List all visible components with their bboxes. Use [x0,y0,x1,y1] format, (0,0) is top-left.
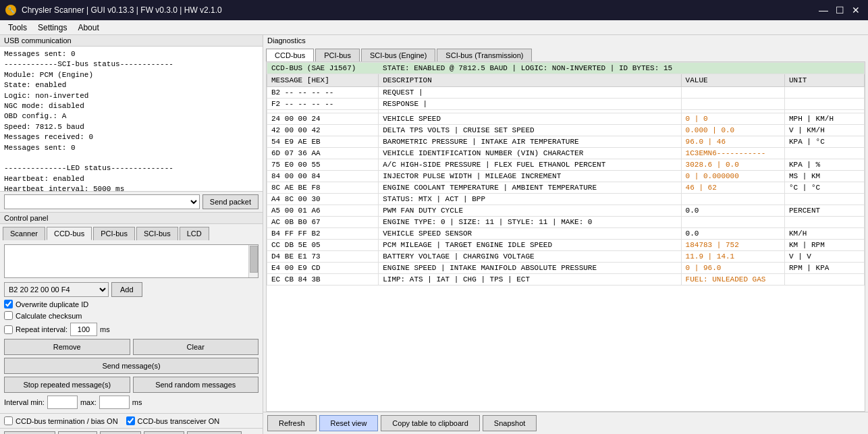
cell-unit [784,99,864,110]
tab-ccd-bus[interactable]: CCD-bus [47,227,92,240]
log-line-1: Messages sent: 0 [4,49,259,59]
repeat-interval-input[interactable] [70,323,97,336]
diagnostics-bottom-bar: Refresh Reset view Copy table to clipboa… [263,412,868,434]
control-content: B2 20 22 00 00 F4 Add Overwrite duplicat… [0,240,263,413]
cell-desc: VEHICLE IDENTIFICATION NUMBER (VIN) CHAR… [379,148,681,159]
cell-desc: ENGINE TYPE: 0 | SIZE: 11 | STYLE: 11 | … [379,217,681,228]
diagnostics-content: CCD-BUS (SAE J1567) STATE: ENABLED @ 781… [266,61,865,412]
cell-unit: PERCENT [784,205,864,217]
diag-snapshot-button[interactable]: Snapshot [483,415,537,431]
diag-tab-sci-engine[interactable]: SCI-bus (Engine) [361,49,435,61]
cell-desc: ENGINE SPEED | INTAKE MANIFOLD ABSOLUTE … [379,263,681,274]
tab-lcd[interactable]: LCD [180,227,209,240]
cell-val: 184783 | 752 [681,240,784,251]
maximize-button[interactable]: ☐ [833,3,846,17]
stop-repeated-button[interactable]: Stop repeated message(s) [4,377,130,393]
cell-desc: INJECTOR PULSE WIDTH | MILEAGE INCREMENT [379,171,681,182]
menu-about[interactable]: About [72,22,104,34]
cell-desc: DELTA TPS VOLTS | CRUISE SET SPEED [379,125,681,136]
scrollbar-thumb [250,246,258,273]
overwrite-checkbox[interactable] [4,300,13,308]
send-messages-row: Send message(s) [4,358,259,374]
title-bar: 🔧 Chrysler Scanner | GUI v0.13.3 | FW v0… [0,0,868,20]
cell-unit [784,148,864,159]
repeat-label: Repeat interval: [16,325,67,333]
send-packet-button[interactable]: Send packet [202,194,259,209]
log-line-2: ------------SCI-bus status------------ [4,59,259,70]
cell-unit: RPM | KPA [784,263,864,274]
menu-settings[interactable]: Settings [32,22,72,34]
transceiver-checkbox[interactable] [126,416,135,425]
refresh-port-button[interactable]: Refresh [100,431,141,434]
termination-checkbox[interactable] [4,416,13,425]
diag-tab-ccd[interactable]: CCD-bus [266,49,314,61]
log-line-12: --------------LED status-------------- [4,163,259,173]
log-line-10: Messages sent: 0 [4,143,259,153]
interval-min-input[interactable]: 100 [47,396,78,409]
close-button[interactable]: ✕ [849,3,863,17]
cell-desc: ENGINE COOLANT TEMPERATURE | AMBIENT TEM… [379,182,681,194]
table-row: 84 00 00 84 INJECTOR PULSE WIDTH | MILEA… [267,171,865,182]
calculate-checkbox[interactable] [4,311,13,320]
diag-tab-pci[interactable]: PCI-bus [315,49,360,61]
command-input[interactable] [4,194,200,209]
interval-max-label: max: [80,398,97,406]
cell-val: 46 | 62 [681,182,784,194]
tab-scanner[interactable]: Scanner [3,227,45,240]
cell-msg: 42 00 00 42 [267,125,379,136]
add-button[interactable]: Add [111,282,142,297]
overwrite-checkbox-row: Overwrite duplicate ID [4,300,259,308]
cell-unit: KM/H [784,228,864,240]
cell-unit: V | KM/H [784,125,864,136]
disconnect-button[interactable]: Disconnect [4,431,55,434]
cell-unit: KM | RPM [784,240,864,251]
command-area: Send packet [0,192,263,213]
cell-val: 1C3EMN6----------- [681,148,784,159]
diag-reset-view-button[interactable]: Reset view [319,415,379,431]
state-label: STATE: ENABLED @ 7812.5 BAUD | LOGIC: NO… [383,64,672,72]
app-icon: 🔧 [5,5,16,16]
diag-refresh-button[interactable]: Refresh [267,415,317,431]
packet-scrollbar[interactable] [248,245,258,277]
table-row: D4 BE E1 73 BATTERY VOLTAGE | CHARGING V… [267,251,865,263]
repeat-checkbox[interactable] [4,325,13,334]
col-header-desc: DESCRIPTION [379,74,681,87]
collapse-button[interactable]: << Collapse [187,431,242,434]
cell-desc: LIMP: ATS | IAT | CHG | TPS | ECT [379,274,681,286]
tab-sci-bus[interactable]: SCI-bus [136,227,178,240]
log-line-4: State: enabled [4,80,259,90]
minimize-button[interactable]: — [817,3,830,17]
demo-button[interactable]: Demo [144,431,184,434]
table-row: A5 00 01 A6 PWM FAN DUTY CYCLE 0.0 PERCE… [267,205,865,217]
log-line-7: OBD config.: A [4,111,259,121]
send-messages-button[interactable]: Send message(s) [4,358,259,374]
bottom-bar: Disconnect COM3 Refresh Demo << Collapse [0,428,263,434]
bottom-checkboxes: CCD-bus termination / bias ON CCD-bus tr… [0,413,263,428]
cell-desc: VEHICLE SPEED [379,113,681,125]
hex-select[interactable]: B2 20 22 00 00 F4 [4,282,109,297]
tab-pci-bus[interactable]: PCI-bus [93,227,135,240]
log-line-8: Speed: 7812.5 baud [4,122,259,132]
log-line-11 [4,153,259,163]
cell-msg: 84 00 00 84 [267,171,379,182]
send-random-button[interactable]: Send random messages [133,377,259,393]
col-header-val: VALUE [681,74,784,87]
cell-val [681,87,784,99]
cell-msg: AC 0B B0 67 [267,217,379,228]
interval-max-input[interactable]: 500 [99,396,130,409]
menu-tools[interactable]: Tools [3,22,32,34]
cell-msg: D4 BE E1 73 [267,251,379,263]
table-row: 54 E9 AE EB BAROMETRIC PRESSURE | INTAKE… [267,136,865,148]
diag-copy-table-button[interactable]: Copy table to clipboard [381,415,480,431]
remove-button[interactable]: Remove [4,339,130,355]
diag-tab-sci-trans[interactable]: SCI-bus (Transmission) [437,49,532,61]
table-row: B4 FF FF B2 VEHICLE SPEED SENSOR 0.0 KM/… [267,228,865,240]
cell-val [681,194,784,205]
cell-desc: REQUEST | [379,87,681,99]
com-select[interactable]: COM3 [58,431,97,434]
cell-val [681,217,784,228]
calculate-label: Calculate checksum [16,312,82,320]
cell-msg: 75 E0 00 55 [267,159,379,171]
table-row: E4 00 E9 CD ENGINE SPEED | INTAKE MANIFO… [267,263,865,274]
clear-button[interactable]: Clear [133,339,259,355]
